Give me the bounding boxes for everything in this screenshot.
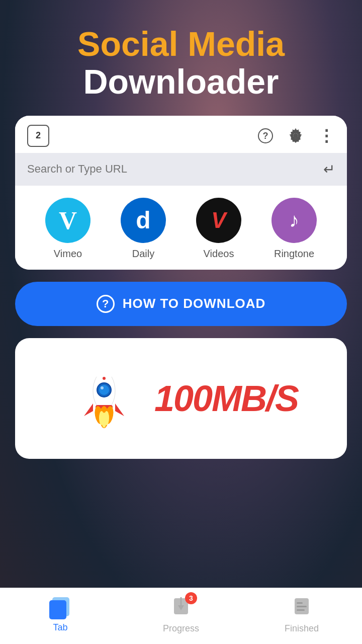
svg-point-9 <box>101 386 104 389</box>
quick-link-ringtone[interactable]: ♪ Ringtone <box>272 198 317 260</box>
header-title-white: Downloader <box>77 63 285 101</box>
daily-icon: d <box>121 198 166 243</box>
videos-icon: V <box>196 198 241 243</box>
quick-link-vimeo[interactable]: V Vimeo <box>45 198 90 260</box>
vimeo-icon: V <box>45 198 90 243</box>
header: Social Media Downloader <box>67 0 295 116</box>
quick-link-videos[interactable]: V Videos <box>196 198 241 260</box>
svg-marker-4 <box>84 404 93 416</box>
ringtone-label: Ringtone <box>274 248 314 260</box>
svg-point-8 <box>99 385 109 395</box>
speed-text: 100MB/S <box>154 378 298 419</box>
header-title-orange: Social Media <box>77 25 285 63</box>
svg-text:?: ? <box>263 131 268 141</box>
videos-label: Videos <box>204 248 234 260</box>
how-to-label: HOW TO DOWNLOAD <box>123 296 266 311</box>
vimeo-label: Vimeo <box>54 248 82 260</box>
search-input[interactable] <box>27 163 323 176</box>
rocket-container <box>64 358 144 439</box>
quick-links: V Vimeo d Daily V Videos ♪ Rin <box>15 186 347 270</box>
svg-point-15 <box>104 411 109 425</box>
ringtone-icon: ♪ <box>272 198 317 243</box>
search-bar: ↵ <box>15 153 347 186</box>
speed-section: 100MB/S <box>15 338 347 459</box>
how-to-icon: ? <box>97 295 115 313</box>
svg-point-16 <box>103 377 106 380</box>
svg-point-3 <box>97 366 112 384</box>
more-options-icon[interactable]: ⋮ <box>317 127 335 145</box>
help-icon[interactable]: ? <box>256 127 275 145</box>
main-card: 2 ? ⋮ <box>15 116 347 270</box>
settings-icon[interactable] <box>287 127 305 145</box>
daily-label: Daily <box>132 248 154 260</box>
svg-marker-5 <box>115 404 124 416</box>
search-enter-icon[interactable]: ↵ <box>323 161 335 178</box>
toolbar-icons: ? ⋮ <box>256 127 335 145</box>
how-to-download-button[interactable]: ? HOW TO DOWNLOAD <box>15 282 347 326</box>
toolbar: 2 ? ⋮ <box>15 116 347 153</box>
tab-count-badge[interactable]: 2 <box>27 125 49 147</box>
quick-link-daily[interactable]: d Daily <box>121 198 166 260</box>
